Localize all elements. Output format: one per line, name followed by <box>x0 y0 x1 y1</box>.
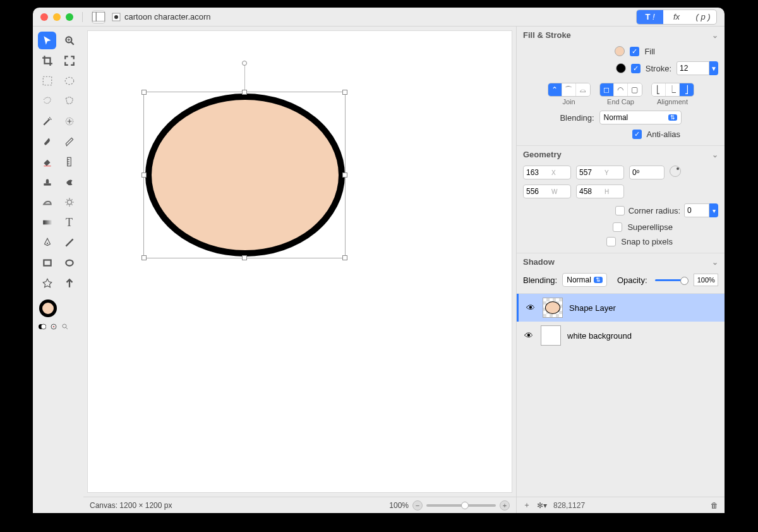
lasso-tool[interactable] <box>38 92 56 110</box>
blending-select[interactable]: Normal ⇅ <box>599 111 682 124</box>
handle-tl[interactable] <box>141 90 147 95</box>
join-segmented[interactable]: ⌃ ⌒ ⌓ <box>548 83 591 97</box>
crop-tool[interactable] <box>38 52 56 70</box>
handle-lm[interactable] <box>141 172 147 178</box>
join-miter[interactable]: ⌃ <box>548 83 562 96</box>
rotation-dial[interactable] <box>670 166 681 177</box>
sidebar-toggle-button[interactable] <box>92 11 105 23</box>
arrow-tool[interactable] <box>60 274 78 292</box>
align-outside[interactable]: ⎦ <box>680 83 694 96</box>
visibility-icon[interactable]: 👁 <box>525 303 536 313</box>
wand-tool[interactable] <box>38 112 56 130</box>
join-round[interactable]: ⌒ <box>562 83 576 96</box>
stroke-width-input[interactable] <box>677 61 709 75</box>
expand-tool[interactable] <box>60 52 78 70</box>
rotation-handle[interactable] <box>242 61 247 66</box>
swap-colors-icon[interactable] <box>38 322 47 331</box>
ellipse-select-tool[interactable] <box>60 72 78 90</box>
dodge-tool[interactable] <box>38 193 56 211</box>
zoom-slider[interactable] <box>426 504 496 507</box>
cap-square[interactable]: ▢ <box>628 83 642 96</box>
align-center[interactable]: ⎿ <box>666 83 680 96</box>
align-inside[interactable]: ⎣ <box>652 83 666 96</box>
opacity-slider[interactable] <box>655 279 687 281</box>
section-geometry[interactable]: Geometry ⌄ <box>517 146 725 163</box>
trash-icon[interactable]: 🗑 <box>711 501 718 510</box>
stamp-tool[interactable] <box>38 173 56 191</box>
handle-tr[interactable] <box>342 90 347 95</box>
selection-box[interactable] <box>143 92 346 258</box>
zoom-out-button[interactable]: − <box>412 500 423 511</box>
zoom-icon[interactable] <box>66 13 73 21</box>
layer-name[interactable]: white background <box>567 331 632 341</box>
eyedrop-icon[interactable] <box>61 322 69 331</box>
traffic-lights[interactable] <box>40 13 73 21</box>
star-tool[interactable] <box>38 274 56 292</box>
stroke-swatch[interactable] <box>616 63 626 73</box>
color-swatch[interactable] <box>38 299 78 317</box>
endcap-segmented[interactable]: ◻ ◠ ▢ <box>599 83 642 97</box>
zoom-in-button[interactable]: + <box>500 500 510 511</box>
minimize-icon[interactable] <box>53 13 61 21</box>
tab-tools[interactable]: T ! <box>637 10 663 24</box>
shadow-blending-select[interactable]: Normal ⇅ <box>562 273 607 287</box>
section-fill-stroke[interactable]: Fill & Stroke ⌄ <box>517 27 725 44</box>
brush-tool[interactable] <box>38 133 56 150</box>
fill-swatch[interactable] <box>615 46 625 56</box>
visibility-icon[interactable]: 👁 <box>523 330 534 341</box>
corner-stepper[interactable]: ▾ <box>709 203 718 217</box>
marquee-tool[interactable] <box>38 72 56 90</box>
join-bevel[interactable]: ⌓ <box>576 83 590 96</box>
text-tool[interactable]: T <box>60 214 78 231</box>
ruler-tool[interactable] <box>60 153 78 171</box>
pen-tool[interactable] <box>38 234 56 251</box>
ellipse-tool[interactable] <box>60 254 78 272</box>
cap-butt[interactable]: ◻ <box>600 83 614 96</box>
layer-row[interactable]: 👁 Shape Layer <box>517 294 725 322</box>
corner-radius-input[interactable] <box>684 203 709 217</box>
fill-checkbox[interactable]: ✓ <box>630 47 639 56</box>
add-layer-button[interactable]: ＋ <box>523 500 531 511</box>
rect-tool[interactable] <box>38 254 56 272</box>
canvas[interactable] <box>87 30 512 493</box>
gradient-tool[interactable] <box>38 214 56 231</box>
tab-fx[interactable]: fx <box>663 10 690 24</box>
stroke-checkbox[interactable]: ✓ <box>631 64 641 73</box>
layer-row[interactable]: 👁 white background <box>517 322 725 349</box>
y-input[interactable]: Y <box>576 166 624 179</box>
move-tool[interactable] <box>38 32 56 49</box>
poly-lasso-tool[interactable] <box>60 92 78 110</box>
snap-checkbox[interactable] <box>606 237 616 246</box>
layer-name[interactable]: Shape Layer <box>569 303 616 313</box>
layer-options-button[interactable]: ✻▾ <box>537 501 547 510</box>
handle-bl[interactable] <box>141 255 147 260</box>
pencil-tool[interactable] <box>60 133 78 150</box>
handle-rm[interactable] <box>342 172 347 178</box>
zoom-tool[interactable] <box>60 32 78 49</box>
stroke-width-stepper[interactable]: ▼ <box>709 61 718 75</box>
w-input[interactable]: W <box>523 184 571 198</box>
smudge-tool[interactable] <box>60 173 78 191</box>
line-tool[interactable] <box>60 234 78 251</box>
x-input[interactable]: X <box>523 166 571 179</box>
shape-ellipse[interactable] <box>145 94 345 257</box>
corner-checkbox[interactable] <box>615 206 625 215</box>
opacity-value[interactable]: 100% <box>694 274 718 286</box>
rotation-input[interactable] <box>629 166 665 179</box>
quick-select-tool[interactable] <box>60 112 78 130</box>
handle-tm[interactable] <box>242 90 247 95</box>
burn-tool[interactable] <box>60 193 78 211</box>
inspector-tabs[interactable]: T ! fx ( p ) <box>636 9 717 25</box>
section-shadow[interactable]: Shadow ⌄ <box>517 253 725 270</box>
default-colors-icon[interactable] <box>49 322 58 331</box>
eraser-tool[interactable] <box>38 153 56 171</box>
antialias-checkbox[interactable]: ✓ <box>632 130 642 139</box>
alignment-segmented[interactable]: ⎣ ⎿ ⎦ <box>651 83 694 97</box>
tab-p[interactable]: ( p ) <box>690 10 716 24</box>
cap-round[interactable]: ◠ <box>614 83 628 96</box>
handle-br[interactable] <box>342 255 347 260</box>
superellipse-checkbox[interactable] <box>613 222 622 232</box>
close-icon[interactable] <box>40 13 48 21</box>
h-input[interactable]: H <box>576 184 624 198</box>
handle-bm[interactable] <box>242 255 247 260</box>
